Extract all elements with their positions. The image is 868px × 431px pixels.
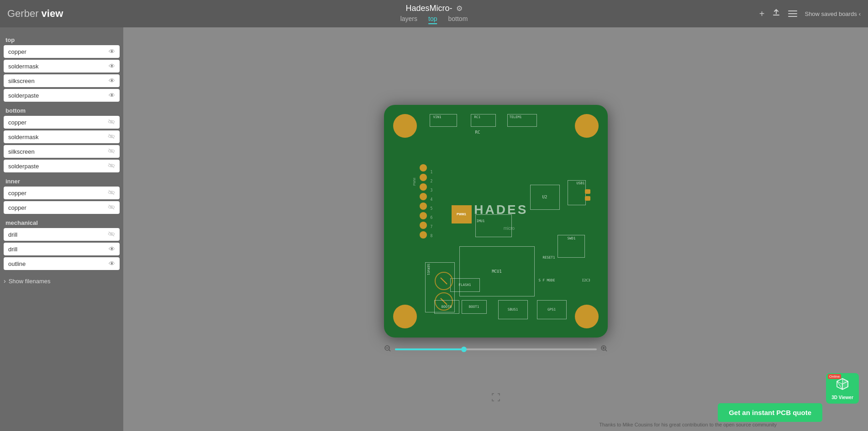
layer-label: drill	[8, 246, 17, 253]
pcb-board[interactable]: VIN1 RC1 TELEM1 RC USB1 U2 SWD1	[384, 105, 608, 338]
zoom-out-icon[interactable]	[384, 345, 391, 354]
pwm-vertical-label: PWM	[413, 178, 416, 186]
row7-label: 7	[431, 225, 433, 229]
svg-line-19	[389, 349, 390, 351]
pwm-label: PWM1	[457, 213, 466, 216]
header-tabs: layers top bottom	[400, 15, 468, 24]
swd1-label: SWD1	[567, 236, 575, 240]
layer-top-soldermask[interactable]: soldermask 👁	[4, 60, 120, 73]
tab-top[interactable]: top	[428, 15, 437, 24]
pwm-chip: PWM1	[452, 205, 472, 223]
tab-bottom[interactable]: bottom	[448, 15, 468, 24]
layer-bot-solderpaste[interactable]: solderpaste	[4, 160, 120, 172]
sidebar: top copper 👁 soldermask 👁 silkscreen 👁 s…	[0, 27, 123, 431]
layer-bot-soldermask[interactable]: soldermask	[4, 130, 120, 143]
eye-hidden-icon[interactable]	[108, 133, 115, 140]
u2-label: U2	[542, 195, 547, 199]
row4-label: 4	[431, 197, 433, 202]
eye-icon[interactable]: 👁	[109, 92, 115, 99]
layer-inner-copper2[interactable]: copper	[4, 201, 120, 214]
servo-circle1	[435, 272, 453, 290]
pcb-quote-button[interactable]: Get an instant PCB quote	[718, 403, 822, 422]
layer-label: outline	[8, 260, 26, 267]
layer-bot-copper[interactable]: copper	[4, 116, 120, 129]
3d-viewer-label: 3D Viewer	[831, 395, 854, 400]
eye-hidden-icon[interactable]	[108, 231, 115, 238]
eye-hidden-icon[interactable]	[108, 162, 115, 170]
show-filenames-label: Show filenames	[9, 278, 51, 285]
chevron-right-icon: ›	[4, 277, 6, 285]
show-saved-boards[interactable]: Show saved boards ‹	[805, 10, 861, 17]
svg-rect-1	[788, 10, 797, 11]
gps1-label: GPS1	[547, 307, 556, 312]
layer-top-silkscreen[interactable]: silkscreen 👁	[4, 74, 120, 87]
row3-label: 3	[431, 188, 433, 192]
layer-mech-drill1[interactable]: drill	[4, 228, 120, 241]
layer-top-copper[interactable]: copper 👁	[4, 45, 120, 58]
show-filenames[interactable]: › Show filenames	[4, 277, 120, 285]
eye-hidden-icon[interactable]	[108, 119, 115, 126]
add-button[interactable]: +	[759, 9, 765, 19]
boot0-label: BOOT0	[442, 305, 452, 309]
left-pads	[420, 164, 427, 239]
eye-hidden-icon[interactable]	[108, 189, 115, 197]
3d-viewer-button[interactable]: Online 3D Viewer	[826, 373, 859, 404]
corner-pad-tr	[575, 114, 599, 138]
corner-pad-tl	[393, 114, 417, 138]
board-title: HadesMicro-	[405, 4, 452, 13]
flash1-label: FLASH1	[458, 283, 471, 287]
corner-pad-bl	[393, 305, 417, 328]
i2c3-label: I2C3	[582, 278, 590, 282]
eye-icon[interactable]: 👁	[109, 48, 115, 55]
menu-button[interactable]	[788, 9, 797, 19]
svg-rect-3	[788, 16, 797, 17]
layer-label: silkscreen	[8, 148, 35, 155]
row6-label: 6	[431, 216, 433, 220]
section-label-mechanical: mechanical	[4, 216, 120, 228]
eye-hidden-icon[interactable]	[108, 148, 115, 155]
zoom-slider[interactable]	[395, 348, 597, 350]
pad3	[420, 183, 427, 191]
section-label-inner: inner	[4, 174, 120, 187]
eye-icon[interactable]: 👁	[109, 77, 115, 84]
chevron-left-icon: ‹	[859, 10, 861, 17]
layer-label: copper	[8, 204, 26, 211]
reset1-label: RESET1	[542, 255, 555, 260]
row8-label: 8	[431, 234, 433, 238]
layer-top-solderpaste[interactable]: solderpaste 👁	[4, 89, 120, 102]
gps1-box: GPS1	[537, 300, 567, 319]
eye-icon[interactable]: 👁	[109, 260, 115, 267]
layer-bot-silkscreen[interactable]: silkscreen	[4, 145, 120, 158]
imu-box: IMU1	[475, 214, 512, 237]
row1-label: 1	[431, 170, 433, 174]
servo1-label: SERVO1	[426, 264, 430, 275]
eye-icon[interactable]: 👁	[109, 62, 115, 70]
zoom-thumb[interactable]	[461, 347, 467, 352]
svg-rect-2	[788, 13, 797, 14]
sbus1-box: SBUS1	[498, 300, 528, 319]
imu-label: IMU1	[477, 219, 485, 223]
usb1-label: USB1	[576, 181, 584, 185]
usb-pad1	[585, 189, 590, 194]
row5-label: 5	[431, 207, 433, 211]
pad1	[420, 164, 427, 171]
zoom-in-icon[interactable]	[600, 345, 608, 354]
layer-label: soldermask	[8, 63, 38, 70]
layer-mech-drill2[interactable]: drill 👁	[4, 243, 120, 255]
layer-inner-copper1[interactable]: copper	[4, 187, 120, 199]
upload-button[interactable]	[772, 8, 781, 20]
eye-icon[interactable]: 👁	[109, 245, 115, 253]
section-label-top: top	[4, 33, 120, 45]
rc-label: RC	[475, 130, 480, 135]
boot1-box: BOOT1	[462, 300, 487, 314]
eye-hidden-icon[interactable]	[108, 204, 115, 211]
online-badge: Online	[828, 374, 841, 379]
canvas-area: VIN1 RC1 TELEM1 RC USB1 U2 SWD1	[123, 27, 868, 431]
vin1-label: VIN1	[433, 115, 442, 119]
tab-layers[interactable]: layers	[400, 15, 417, 24]
telem1-label: TELEM1	[510, 115, 522, 119]
layer-mech-outline[interactable]: outline 👁	[4, 257, 120, 270]
gear-icon[interactable]: ⚙	[456, 4, 463, 13]
attribution-text: Thanks to Mike Cousins for his great con…	[599, 422, 777, 427]
fullscreen-button[interactable]	[492, 393, 500, 404]
